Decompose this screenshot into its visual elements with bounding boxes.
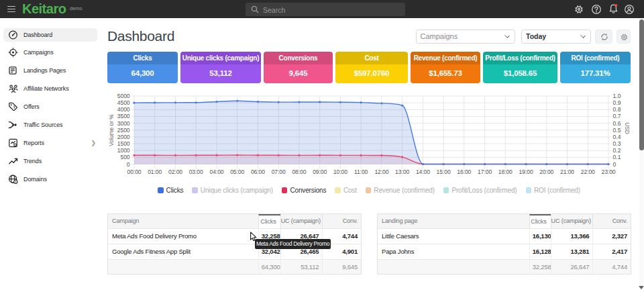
svg-text:03:00: 03:00 (189, 168, 203, 175)
svg-text:2500: 2500 (117, 127, 130, 134)
svg-text:18:00: 18:00 (498, 168, 513, 175)
svg-text:0.5: 0.5 (613, 127, 621, 134)
svg-text:3000: 3000 (117, 120, 130, 127)
svg-text:0.7: 0.7 (613, 113, 621, 119)
svg-text:00:00: 00:00 (127, 168, 141, 175)
svg-text:12:00: 12:00 (374, 168, 388, 175)
svg-text:13:00: 13:00 (395, 168, 409, 175)
svg-text:1.0: 1.0 (613, 93, 621, 99)
svg-text:16:00: 16:00 (457, 168, 471, 175)
svg-text:4000: 4000 (117, 106, 130, 113)
svg-text:1000: 1000 (117, 147, 130, 154)
svg-text:1500: 1500 (117, 140, 130, 147)
svg-text:22:00: 22:00 (581, 168, 595, 175)
svg-text:15:00: 15:00 (437, 168, 451, 175)
svg-text:0: 0 (127, 161, 130, 168)
svg-text:500: 500 (120, 154, 129, 160)
svg-text:0.4: 0.4 (613, 134, 621, 140)
svg-text:0: 0 (613, 161, 616, 168)
svg-text:04:00: 04:00 (209, 168, 223, 175)
svg-text:0.2: 0.2 (613, 147, 621, 154)
svg-text:08:00: 08:00 (292, 168, 306, 175)
svg-text:06:00: 06:00 (251, 168, 265, 175)
svg-text:2000: 2000 (117, 134, 130, 140)
svg-text:0.6: 0.6 (613, 120, 621, 127)
svg-text:Volume or %: Volume or % (108, 114, 115, 146)
svg-text:19:00: 19:00 (519, 168, 533, 175)
svg-text:21:00: 21:00 (560, 168, 574, 175)
svg-text:05:00: 05:00 (230, 168, 244, 175)
svg-text:23:00: 23:00 (601, 168, 615, 175)
svg-text:09:00: 09:00 (313, 168, 327, 175)
svg-text:0.8: 0.8 (613, 106, 621, 113)
svg-text:07:00: 07:00 (272, 168, 286, 175)
svg-text:14:00: 14:00 (416, 168, 430, 175)
svg-text:3500: 3500 (117, 113, 130, 119)
svg-text:17:00: 17:00 (478, 168, 492, 175)
svg-text:10:00: 10:00 (333, 168, 347, 175)
svg-text:0.3: 0.3 (613, 140, 621, 147)
svg-text:4500: 4500 (117, 99, 130, 106)
svg-text:5000: 5000 (117, 93, 130, 99)
svg-text:11:00: 11:00 (354, 168, 368, 175)
svg-text:20:00: 20:00 (539, 168, 553, 175)
svg-text:02:00: 02:00 (168, 168, 182, 175)
svg-text:0.9: 0.9 (613, 99, 621, 106)
svg-text:USD: USD (624, 122, 631, 134)
svg-text:0.1: 0.1 (613, 154, 621, 160)
svg-text:01:00: 01:00 (148, 168, 162, 175)
